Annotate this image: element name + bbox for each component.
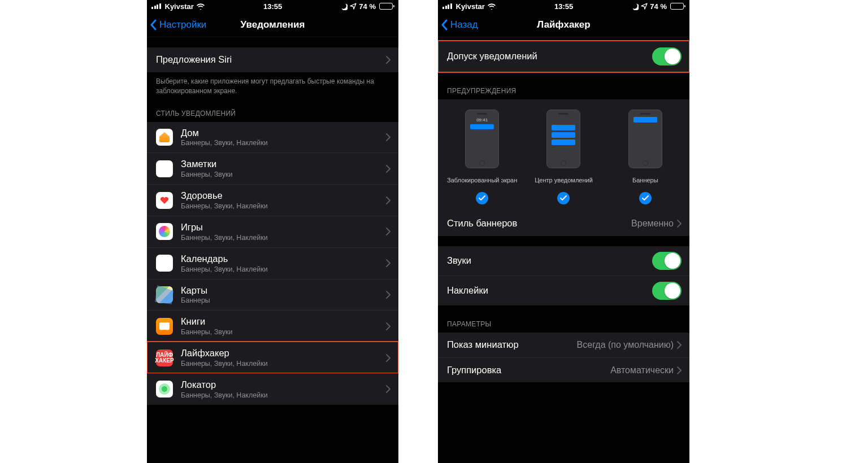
preview-label: Центр уведомлений [535, 173, 593, 189]
wifi-icon [487, 3, 496, 10]
notification-style-header: СТИЛЬ УВЕДОМЛЕНИЙ [147, 105, 398, 122]
preview-label: Заблокированный экран [447, 173, 517, 189]
app-cell-cal[interactable]: КалендарьБаннеры, Звуки, Наклейки [147, 247, 398, 279]
cell-detail: Всегда (по умолчанию) [577, 340, 674, 350]
chevron-right-icon [386, 56, 390, 64]
banner-style-cell[interactable]: Стиль баннеров Временно [438, 211, 689, 236]
dnd-moon-icon [340, 3, 348, 10]
game-center-icon [156, 223, 173, 240]
app-sub: Баннеры, Звуки, Наклейки [181, 139, 386, 147]
app-sub: Баннеры, Звуки [181, 328, 386, 336]
cell-detail: Автоматически [610, 365, 674, 375]
battery-pct: 74 % [359, 2, 376, 11]
app-cell-health[interactable]: ЗдоровьеБаннеры, Звуки, Наклейки [147, 184, 398, 216]
cell-title: Предложения Siri [156, 54, 386, 65]
chevron-left-icon [149, 19, 157, 31]
carrier-label: Kyivstar [165, 2, 194, 11]
signal-icon [151, 3, 161, 9]
chevron-right-icon [677, 341, 682, 349]
app-name: Дом [181, 128, 386, 139]
app-cell-notes[interactable]: ЗаметкиБаннеры, Звуки [147, 152, 398, 184]
app-cell-maps[interactable]: КартыБаннеры [147, 279, 398, 311]
nav-bar: Настройки Уведомления [147, 12, 398, 37]
notes-app-icon [156, 160, 173, 177]
checkmark-icon [476, 192, 488, 204]
preview-label: Баннеры [632, 173, 658, 189]
location-icon [641, 3, 648, 10]
nav-title: Уведомления [241, 19, 305, 30]
app-name: Книги [181, 316, 386, 327]
chevron-right-icon [386, 354, 390, 362]
show-previews-cell[interactable]: Показ миниатюр Всегда (по умолчанию) [438, 333, 689, 357]
alerts-header: ПРЕДУПРЕЖДЕНИЯ [438, 82, 689, 99]
chevron-right-icon [386, 228, 390, 235]
clock: 13:55 [554, 2, 573, 11]
battery-pct: 74 % [650, 2, 667, 11]
back-label: Настройки [159, 19, 206, 30]
cell-detail: Временно [631, 219, 674, 229]
calendar-app-icon [156, 255, 173, 272]
app-cell-books[interactable]: КнигиБаннеры, Звуки [147, 310, 398, 342]
status-bar: Kyivstar 13:55 74 % [147, 0, 398, 12]
status-bar: Kyivstar 13:55 74 % [438, 0, 689, 12]
preview-lock-screen[interactable]: 09:41 Заблокированный экран [442, 110, 523, 204]
siri-suggestions-cell[interactable]: Предложения Siri [147, 47, 398, 72]
app-cell-findmy[interactable]: ЛокаторБаннеры, Звуки, Наклейки [147, 373, 398, 405]
maps-app-icon [156, 286, 173, 303]
signal-icon [442, 3, 452, 9]
home-app-icon [156, 129, 173, 146]
battery-icon [379, 3, 393, 10]
cell-title: Группировка [447, 365, 610, 376]
alert-style-previews: 09:41 Заблокированный экран Центр уведом… [438, 99, 689, 211]
app-sub: Баннеры, Звуки [181, 171, 386, 178]
app-sub: Баннеры, Звуки, Наклейки [181, 265, 386, 273]
siri-footer: Выберите, какие приложения могут предлаг… [147, 72, 398, 101]
app-sub: Баннеры, Звуки, Наклейки [181, 202, 386, 210]
app-cell-games[interactable]: ИгрыБаннеры, Звуки, Наклейки [147, 216, 398, 247]
screenshot-app-notification-settings: Kyivstar 13:55 74 % Назад Лайфхакер Допу… [438, 0, 689, 463]
chevron-right-icon [677, 366, 682, 374]
chevron-right-icon [386, 133, 390, 141]
app-name: Здоровье [181, 190, 386, 202]
back-label: Назад [450, 19, 478, 30]
wifi-icon [196, 3, 205, 10]
chevron-right-icon [677, 220, 682, 228]
app-name: Локатор [181, 379, 386, 391]
allow-notifications-cell: Допуск уведомлений [438, 41, 689, 72]
nav-bar: Назад Лайфхакер [438, 12, 689, 37]
app-name: Календарь [181, 254, 386, 265]
cell-title: Допуск уведомлений [447, 51, 652, 62]
sounds-toggle[interactable] [652, 252, 682, 270]
chevron-right-icon [386, 196, 390, 204]
back-button[interactable]: Назад [440, 12, 478, 37]
location-icon [350, 3, 357, 10]
allow-notifications-toggle[interactable] [652, 47, 682, 65]
app-name: Лайфхакер [181, 348, 386, 359]
sounds-cell: Звуки [438, 246, 689, 276]
back-button[interactable]: Настройки [149, 12, 206, 37]
app-sub: Баннеры [181, 296, 386, 304]
cell-title: Наклейки [447, 285, 652, 296]
chevron-right-icon [386, 385, 390, 393]
nav-title: Лайфхакер [537, 19, 590, 30]
badges-toggle[interactable] [652, 282, 682, 300]
health-app-icon [156, 192, 173, 209]
screenshot-notifications-list: Kyivstar 13:55 74 % Настройки Уведомлени… [147, 0, 398, 463]
preview-banners[interactable]: Баннеры [605, 110, 685, 204]
carrier-label: Kyivstar [456, 2, 485, 11]
app-sub: Баннеры, Звуки, Наклейки [181, 391, 386, 399]
badges-cell: Наклейки [438, 276, 689, 305]
cell-title: Звуки [447, 255, 652, 267]
chevron-right-icon [386, 259, 390, 267]
chevron-right-icon [386, 322, 390, 330]
clock: 13:55 [263, 2, 282, 11]
checkmark-icon [557, 192, 570, 204]
chevron-right-icon [386, 291, 390, 299]
app-sub: Баннеры, Звуки, Наклейки [181, 360, 386, 368]
app-cell-home[interactable]: ДомБаннеры, Звуки, Наклейки [147, 122, 398, 153]
preview-notification-center[interactable]: Центр уведомлений [523, 110, 604, 204]
checkmark-icon [639, 192, 652, 204]
options-header: ПАРАМЕТРЫ [438, 316, 689, 333]
grouping-cell[interactable]: Группировка Автоматически [438, 357, 689, 382]
app-cell-lh[interactable]: ЛАЙФХАКЕРЛайфхакерБаннеры, Звуки, Наклей… [147, 342, 398, 373]
